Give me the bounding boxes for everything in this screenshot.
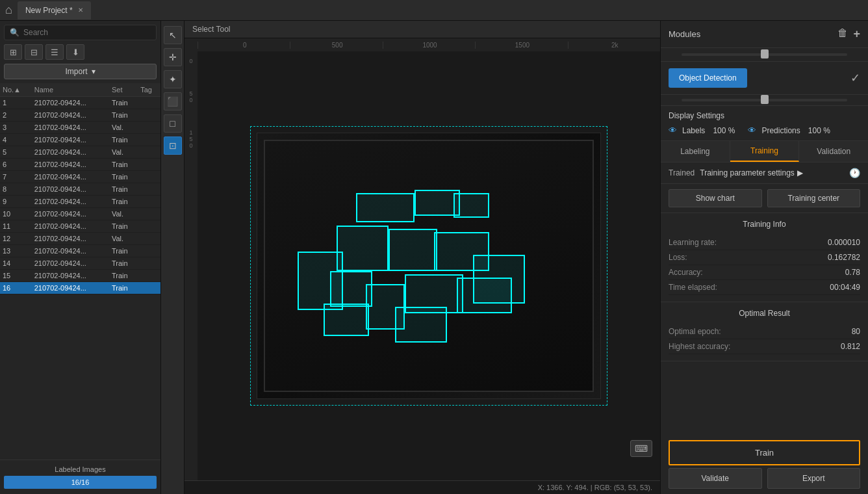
home-icon[interactable]: ⌂ <box>5 3 12 17</box>
col-set[interactable]: Set <box>109 83 138 97</box>
col-name[interactable]: Name <box>32 83 109 97</box>
rect-tool[interactable]: □ <box>164 114 182 133</box>
slider-row <box>661 48 868 62</box>
table-row[interactable]: 8 210702-09424... Train <box>0 183 160 196</box>
bottom-row-buttons: Validate Export <box>669 468 860 489</box>
eye-labels-icon[interactable]: 👁 <box>669 125 677 135</box>
optimal-result-title: Optimal Result <box>669 309 860 318</box>
export-button[interactable]: Export <box>767 468 861 489</box>
table-row[interactable]: 6 210702-09424... Train <box>0 159 160 171</box>
loss-value: 0.162782 <box>828 253 860 262</box>
import-label: Import <box>65 67 87 76</box>
bottom-buttons: Train Validate Export <box>661 435 868 494</box>
xray-background <box>257 133 601 399</box>
table-row[interactable]: 10 210702-09424... Val. <box>0 208 160 220</box>
table-row[interactable]: 14 210702-09424... Train <box>0 257 160 270</box>
slider-handle[interactable] <box>761 49 769 58</box>
table-row[interactable]: 11 210702-09424... Train <box>0 220 160 233</box>
toolbar-icons: ⊞ ⊟ ☰ ⬇ <box>0 44 160 64</box>
cell-tag <box>138 257 160 270</box>
accuracy-value: 0.78 <box>845 268 860 277</box>
cell-set: Val. <box>109 233 138 245</box>
select-tool[interactable]: ⊡ <box>164 136 182 155</box>
magic-tool[interactable]: ✦ <box>164 70 182 88</box>
col-tag[interactable]: Tag <box>138 83 160 97</box>
search-input[interactable] <box>23 28 151 37</box>
modules-header: Modules 🗑 + <box>661 21 868 48</box>
cell-no: 12 <box>0 233 32 245</box>
display-settings: Display Settings 👁 Labels 100 % 👁 Predic… <box>661 106 868 141</box>
show-chart-button[interactable]: Show chart <box>669 189 762 207</box>
cell-name: 210702-09424... <box>32 146 109 159</box>
module-slider[interactable] <box>682 53 847 56</box>
pointer-tool[interactable]: ↖ <box>164 26 182 44</box>
cell-no: 4 <box>0 134 32 146</box>
crosshair-tool[interactable]: ✛ <box>164 48 182 66</box>
import-button[interactable]: Import ▾ <box>4 64 157 79</box>
main-layout: 🔍 ⊞ ⊟ ☰ ⬇ Import ▾ No.▲ Name Set Tag <box>0 21 868 494</box>
tab-validation[interactable]: Validation <box>799 141 868 162</box>
table-row[interactable]: 2 210702-09424... Train <box>0 109 160 122</box>
table-row[interactable]: 13 210702-09424... Train <box>0 245 160 257</box>
validate-button[interactable]: Validate <box>669 468 762 489</box>
table-row[interactable]: 7 210702-09424... Train <box>0 171 160 183</box>
table-row[interactable]: 1 210702-09424... Train <box>0 97 160 109</box>
tab-training[interactable]: Training <box>730 141 800 162</box>
trained-status: Trained <box>669 168 695 177</box>
ruler-h-marks: 0 500 1000 1500 2k <box>185 42 660 49</box>
tab-title: New Project * <box>25 6 73 15</box>
keyboard-icon[interactable]: ⌨ <box>630 440 652 457</box>
image-container <box>244 120 614 412</box>
cell-no: 2 <box>0 109 32 122</box>
project-tab[interactable]: New Project * ✕ <box>18 1 91 20</box>
train-button[interactable]: Train <box>669 440 860 465</box>
training-parameter-settings[interactable]: Training parameter settings ▶ <box>700 168 803 177</box>
labeled-images-section: Labeled Images 16/16 <box>0 460 160 494</box>
tab-labeling[interactable]: Labeling <box>661 141 730 162</box>
eye-predictions-icon[interactable]: 👁 <box>748 125 756 135</box>
module-slider-2[interactable] <box>682 99 847 101</box>
training-center-button[interactable]: Training center <box>767 189 861 207</box>
optimal-epoch-row: Optimal epoch: 80 <box>669 324 860 339</box>
table-row[interactable]: 9 210702-09424... Train <box>0 196 160 208</box>
slider-handle-2[interactable] <box>761 95 769 104</box>
table-row[interactable]: 16 210702-09424... Train <box>0 282 160 294</box>
cell-tag <box>138 122 160 134</box>
learning-rate-value: 0.000010 <box>828 238 860 247</box>
ruler-mark-1000: 1000 <box>383 42 475 49</box>
table-row[interactable]: 4 210702-09424... Train <box>0 134 160 146</box>
table-row[interactable]: 12 210702-09424... Val. <box>0 233 160 245</box>
cell-name: 210702-09424... <box>32 245 109 257</box>
table-row[interactable]: 15 210702-09424... Train <box>0 270 160 282</box>
left-panel: 🔍 ⊞ ⊟ ☰ ⬇ Import ▾ No.▲ Name Set Tag <box>0 21 161 494</box>
cell-tag <box>138 245 160 257</box>
cell-tag <box>138 109 160 122</box>
cell-no: 5 <box>0 146 32 159</box>
list-icon-btn[interactable]: ☰ <box>45 44 64 60</box>
cell-no: 16 <box>0 282 32 294</box>
cell-tag <box>138 196 160 208</box>
person-tool[interactable]: ⬛ <box>164 92 182 110</box>
cell-no: 8 <box>0 183 32 196</box>
table-row[interactable]: 5 210702-09424... Val. <box>0 146 160 159</box>
file-table: No.▲ Name Set Tag 1 210702-09424... Trai… <box>0 83 160 294</box>
cell-tag <box>138 97 160 109</box>
history-icon[interactable]: 🕐 <box>849 168 860 178</box>
highest-accuracy-row: Highest accuracy: 0.812 <box>669 339 860 354</box>
ruler-mark-500: 500 <box>290 42 382 49</box>
filter-icon-btn[interactable]: ⊟ <box>25 44 43 60</box>
object-detection-button[interactable]: Object Detection <box>669 68 747 88</box>
table-row[interactable]: 3 210702-09424... Val. <box>0 122 160 134</box>
image-icon-btn[interactable]: ⊞ <box>4 44 22 60</box>
col-no[interactable]: No.▲ <box>0 83 32 97</box>
download-icon-btn[interactable]: ⬇ <box>66 44 84 60</box>
ruler-vertical: 0 50 150 <box>185 51 198 480</box>
search-bar[interactable]: 🔍 <box>4 25 157 40</box>
cell-tag <box>138 233 160 245</box>
delete-module-icon[interactable]: 🗑 <box>837 27 848 41</box>
cell-name: 210702-09424... <box>32 159 109 171</box>
add-module-icon[interactable]: + <box>853 27 860 41</box>
close-tab-icon[interactable]: ✕ <box>78 6 83 14</box>
canvas-content[interactable]: ⌨ <box>198 51 660 480</box>
optimal-epoch-value: 80 <box>852 327 860 336</box>
